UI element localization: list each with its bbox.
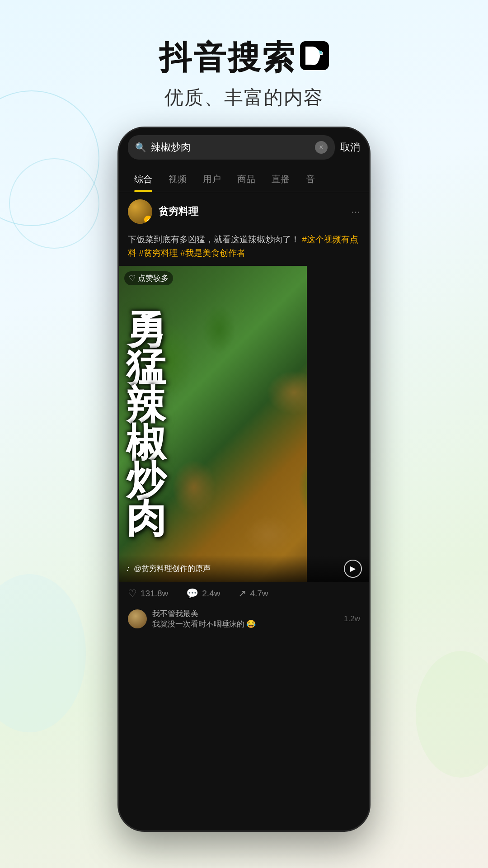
more-options-icon[interactable]: ··· (351, 205, 360, 218)
comment-content: 我就没一次看时不咽唾沫的 (152, 619, 244, 629)
tab-直播[interactable]: 直播 (263, 167, 298, 192)
likes-count: 131.8w (141, 589, 168, 599)
bg-circle-2 (9, 158, 99, 249)
cancel-button[interactable]: 取消 (340, 141, 360, 154)
commenter-avatar (128, 609, 147, 628)
bg-blob-left (0, 574, 86, 732)
bg-blob-right (416, 651, 488, 778)
shares-stat[interactable]: ↗ 4.7w (238, 588, 268, 599)
verified-badge: ✓ (144, 216, 152, 224)
video-bottom-bar: ♪ @贫穷料理创作的原声 ▶ (119, 555, 369, 582)
comment-like-count: 1.2w (344, 614, 360, 623)
comments-count: 2.4w (202, 589, 220, 599)
share-icon: ↗ (238, 588, 246, 599)
tab-label-用户: 用户 (203, 174, 221, 184)
comment-emoji: 😂 (246, 619, 256, 629)
clear-icon-symbol: × (319, 143, 323, 151)
tab-label-视频: 视频 (169, 174, 187, 184)
comment-preview[interactable]: 我不管我最美 我就没一次看时不咽唾沫的 😂 1.2w (119, 605, 369, 635)
tiktok-logo-icon (300, 41, 329, 70)
tab-label-综合: 综合 (134, 174, 152, 184)
avatar: ✓ (128, 199, 152, 224)
tab-视频[interactable]: 视频 (160, 167, 195, 192)
search-input-area[interactable]: 🔍 辣椒炒肉 × (128, 135, 335, 160)
shares-count: 4.7w (250, 589, 268, 599)
search-icon: 🔍 (135, 142, 146, 153)
post-text: 下饭菜到底有多凶猛，就看这道辣椒炒肉了！ #这个视频有点料 #贫穷料理 #我是美… (119, 231, 369, 266)
video-text-overlay: 勇猛辣椒炒肉 (119, 266, 369, 582)
tab-音[interactable]: 音 (298, 167, 323, 192)
tab-综合[interactable]: 综合 (126, 167, 160, 192)
sound-text: @贫穷料理创作的原声 (134, 563, 211, 574)
comments-stat[interactable]: 💬 2.4w (186, 588, 220, 599)
commenter-name: 我不管我最美 (152, 609, 338, 619)
title-row: 抖音搜索 (0, 36, 488, 80)
tab-label-直播: 直播 (272, 174, 290, 184)
big-text: 勇猛辣椒炒肉 (126, 311, 303, 538)
comment-text: 我就没一次看时不咽唾沫的 😂 (152, 619, 338, 629)
main-title: 抖音搜索 (159, 36, 296, 80)
comment-info: 我不管我最美 我就没一次看时不咽唾沫的 😂 (152, 609, 338, 629)
tab-商品[interactable]: 商品 (229, 167, 263, 192)
play-icon: ▶ (350, 564, 356, 573)
post-description: 下饭菜到底有多凶猛，就看这道辣椒炒肉了！ (128, 235, 300, 244)
tab-label-音: 音 (306, 174, 315, 184)
phone-container: 🔍 辣椒炒肉 × 取消 综合 视频 用户 (117, 127, 371, 832)
tab-bar: 综合 视频 用户 商品 直播 音 (119, 167, 369, 192)
header: 抖音搜索 优质、丰富的内容 (0, 0, 488, 128)
phone-inner: 🔍 辣椒炒肉 × 取消 综合 视频 用户 (119, 128, 369, 830)
user-name: 贫穷料理 (159, 205, 198, 218)
comment-icon: 💬 (186, 588, 198, 599)
search-bar: 🔍 辣椒炒肉 × 取消 (119, 128, 369, 167)
play-button[interactable]: ▶ (344, 560, 362, 578)
phone-frame: 🔍 辣椒炒肉 × 取消 综合 视频 用户 (117, 127, 371, 832)
stats-bar: ♡ 131.8w 💬 2.4w ↗ 4.7w (119, 582, 369, 605)
video-thumbnail[interactable]: ♡ 点赞较多 勇猛辣椒炒肉 ♪ @贫穷料理创作的原声 ▶ (119, 266, 369, 582)
tab-用户[interactable]: 用户 (195, 167, 229, 192)
clear-button[interactable]: × (315, 141, 328, 154)
likes-stat[interactable]: ♡ 131.8w (128, 588, 168, 599)
heart-icon: ♡ (128, 588, 137, 599)
tab-label-商品: 商品 (237, 174, 255, 184)
subtitle: 优质、丰富的内容 (0, 85, 488, 110)
search-query-text: 辣椒炒肉 (151, 141, 310, 154)
tiktok-note-icon: ♪ (126, 564, 130, 573)
user-card[interactable]: ✓ 贫穷料理 ··· (119, 192, 369, 231)
